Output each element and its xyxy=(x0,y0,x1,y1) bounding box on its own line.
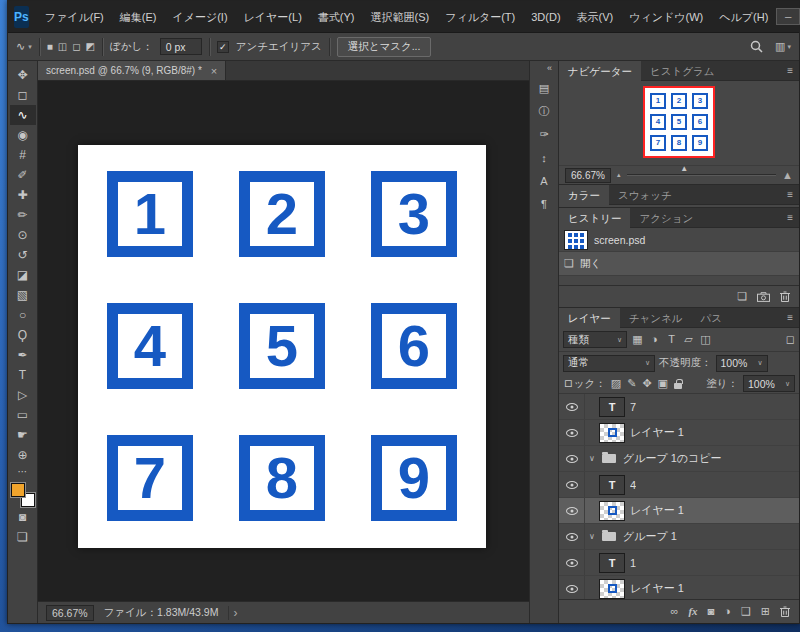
eyedropper-tool[interactable]: ✐ xyxy=(10,165,36,185)
fill-dropdown[interactable]: 100% ∨ xyxy=(743,375,795,392)
lock-position-icon[interactable]: ✥ xyxy=(642,378,651,389)
brush-tool[interactable]: ✏ xyxy=(10,205,36,225)
edit-toolbar-icon[interactable]: ⋯ xyxy=(10,465,36,478)
navigator-zoom-field[interactable]: 66.67% xyxy=(565,168,611,183)
foreground-color-swatch[interactable] xyxy=(11,483,25,497)
visibility-toggle[interactable] xyxy=(559,524,585,549)
eyedropper-panel-icon[interactable]: ✑ xyxy=(533,124,555,145)
add-selection-icon[interactable]: ◫ xyxy=(58,41,67,52)
document-tab[interactable]: screen.psd @ 66.7% (9, RGB/8#) * × xyxy=(38,61,226,80)
panel-tab[interactable]: チャンネル xyxy=(620,308,692,328)
paragraph-panel-icon[interactable]: ¶ xyxy=(533,193,555,214)
panel-menu-icon[interactable]: ≡ xyxy=(781,65,799,76)
screen-mode-icon[interactable]: ❏ xyxy=(10,527,36,547)
filter-shape-icon[interactable]: ▱ xyxy=(681,334,696,345)
character-panel-icon[interactable]: A xyxy=(533,170,555,191)
lasso-tool[interactable]: ∿ xyxy=(10,105,36,125)
panel-tab[interactable]: レイヤー xyxy=(559,308,620,328)
panel-menu-icon[interactable]: ≡ xyxy=(781,189,799,200)
history-brush-tool[interactable]: ↺ xyxy=(10,245,36,265)
opacity-dropdown[interactable]: 100% ∨ xyxy=(716,355,768,372)
crop-tool[interactable]: # xyxy=(10,145,36,165)
layer-row[interactable]: T4 xyxy=(559,472,799,498)
visibility-toggle[interactable] xyxy=(559,420,585,445)
delete-state-icon[interactable] xyxy=(780,291,790,302)
lock-artboard-icon[interactable]: ▣ xyxy=(658,378,668,389)
type-tool[interactable]: T xyxy=(10,365,36,385)
panel-menu-icon[interactable]: ≡ xyxy=(781,312,799,323)
menu-item[interactable]: ヘルプ(H) xyxy=(711,1,776,33)
panel-tab[interactable]: パス xyxy=(691,308,731,328)
new-group-icon[interactable]: ❑ xyxy=(741,606,751,617)
layer-mask-icon[interactable]: ◙ xyxy=(708,606,715,617)
intersect-selection-icon[interactable]: ◩ xyxy=(86,41,95,52)
marquee-tool[interactable]: ◻ xyxy=(10,85,36,105)
zoom-slider-thumb[interactable]: ▲ xyxy=(680,164,688,173)
menu-item[interactable]: 選択範囲(S) xyxy=(362,1,437,33)
panel-menu-icon[interactable]: ≡ xyxy=(781,212,799,223)
panel-tab[interactable]: ヒストグラム xyxy=(641,61,723,81)
layer-row[interactable]: ∨グループ 1 xyxy=(559,524,799,550)
status-zoom-field[interactable]: 66.67% xyxy=(46,605,94,621)
hand-tool[interactable]: ☛ xyxy=(10,425,36,445)
history-item[interactable]: screen.psd xyxy=(559,228,799,252)
visibility-toggle[interactable] xyxy=(559,550,585,575)
visibility-toggle[interactable] xyxy=(559,472,585,497)
measure-panel-icon[interactable]: ↕ xyxy=(533,147,555,168)
select-and-mask-button[interactable]: 選択とマスク... xyxy=(337,37,432,57)
panel-tab[interactable]: ナビゲーター xyxy=(559,61,641,81)
navigator-preview[interactable]: 123456789 xyxy=(643,86,715,158)
layer-row[interactable]: レイヤー 1 xyxy=(559,420,799,446)
menu-item[interactable]: イメージ(I) xyxy=(164,1,235,33)
delete-layer-icon[interactable] xyxy=(780,606,790,617)
filter-adjustment-icon[interactable]: ◑ xyxy=(647,334,662,345)
subtract-selection-icon[interactable]: ◻ xyxy=(72,41,80,52)
antialias-checkbox[interactable]: ✓ xyxy=(217,41,229,53)
lock-pixels-icon[interactable]: ✎ xyxy=(627,378,636,389)
menu-item[interactable]: 書式(Y) xyxy=(310,1,363,33)
menu-item[interactable]: 3D(D) xyxy=(523,1,568,33)
feather-input[interactable]: 0 px xyxy=(160,38,202,55)
menu-item[interactable]: 表示(V) xyxy=(569,1,622,33)
layer-row[interactable]: ∨グループ 1のコピー xyxy=(559,446,799,472)
filter-toggle-icon[interactable]: ◻ xyxy=(786,334,795,345)
path-selection-tool[interactable]: ▷ xyxy=(10,385,36,405)
disclosure-icon[interactable]: ∨ xyxy=(589,532,595,541)
layer-row[interactable]: レイヤー 1 xyxy=(559,498,799,524)
new-layer-icon[interactable]: ⊞ xyxy=(761,606,770,617)
tool-preset-icon[interactable]: ∿ ▾ xyxy=(16,41,32,52)
gradient-tool[interactable]: ▧ xyxy=(10,285,36,305)
expand-dock-icon[interactable]: « xyxy=(547,63,558,76)
filter-pixel-icon[interactable]: ▦ xyxy=(630,334,645,345)
new-document-from-state-icon[interactable]: ❏ xyxy=(737,291,747,302)
visibility-toggle[interactable] xyxy=(559,394,585,419)
lock-transparency-icon[interactable]: ▨ xyxy=(611,378,621,389)
filter-type-icon[interactable]: T xyxy=(664,334,679,345)
zoom-tool[interactable]: ⊕ xyxy=(10,445,36,465)
zoom-slider[interactable]: ▲ xyxy=(627,174,777,176)
move-tool[interactable]: ✥ xyxy=(10,65,36,85)
layer-row[interactable]: T7 xyxy=(559,394,799,420)
color-panel-icon[interactable]: ▤ xyxy=(533,78,555,99)
clone-stamp-tool[interactable]: ⊙ xyxy=(10,225,36,245)
quick-mask-icon[interactable]: ◙ xyxy=(10,507,36,527)
link-layers-icon[interactable]: ∞ xyxy=(671,606,679,617)
filter-smart-object-icon[interactable]: ◫ xyxy=(698,334,713,345)
blur-tool[interactable]: ○ xyxy=(10,305,36,325)
panel-tab[interactable]: スウォッチ xyxy=(609,185,681,205)
info-panel-icon[interactable]: ⓘ xyxy=(533,101,555,122)
menu-item[interactable]: ファイル(F) xyxy=(37,1,112,33)
visibility-toggle[interactable] xyxy=(559,576,585,599)
zoom-in-icon[interactable]: ▲ xyxy=(782,169,793,181)
panel-tab[interactable]: ヒストリー xyxy=(559,208,630,228)
dodge-tool[interactable]: Ϙ xyxy=(10,325,36,345)
search-icon[interactable] xyxy=(750,40,763,53)
document-canvas[interactable]: 123456789 xyxy=(78,145,486,548)
disclosure-icon[interactable]: ∨ xyxy=(589,454,595,463)
menu-item[interactable]: フィルター(T) xyxy=(437,1,523,33)
visibility-toggle[interactable] xyxy=(559,446,585,471)
canvas-pasteboard[interactable]: 123456789 xyxy=(38,81,529,601)
blend-mode-dropdown[interactable]: 通常 ∨ xyxy=(563,355,655,372)
close-tab-icon[interactable]: × xyxy=(211,65,217,77)
zoom-out-icon[interactable]: ▴ xyxy=(617,171,621,179)
